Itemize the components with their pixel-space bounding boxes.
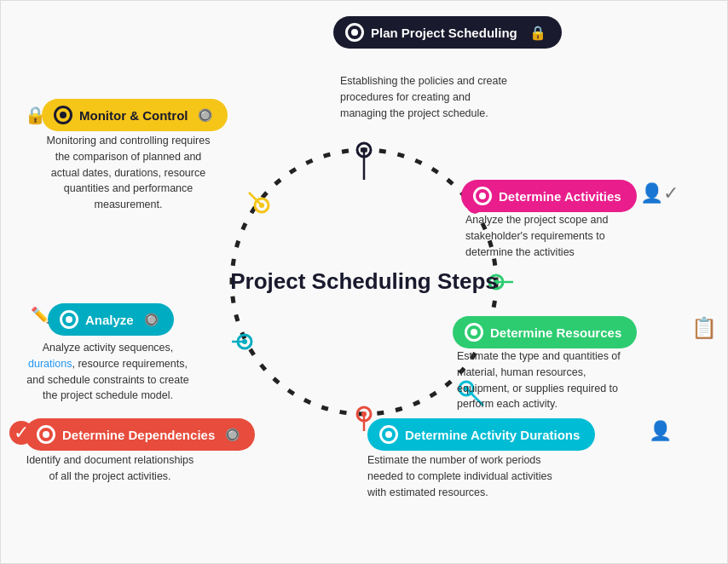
desc-resources: Estimate the type and quantities of mate… bbox=[457, 348, 636, 412]
dependencies-circle-icon bbox=[37, 425, 55, 444]
svg-point-21 bbox=[259, 203, 264, 208]
analyze-right-icon: 🔘 bbox=[144, 313, 159, 326]
desc-analyze: Analyze activity sequences, durations, r… bbox=[25, 340, 191, 404]
svg-point-3 bbox=[361, 147, 367, 153]
activities-circle-icon bbox=[473, 187, 492, 205]
person-icon-durations: 👤 bbox=[649, 420, 672, 442]
badge-durations-label: Determine Activity Durations bbox=[405, 428, 580, 442]
resources-circle-icon bbox=[465, 323, 483, 342]
monitor-lock-icon: 🔒 bbox=[25, 105, 46, 125]
svg-point-18 bbox=[242, 339, 247, 344]
badge-analyze-label: Analyze bbox=[85, 313, 134, 327]
svg-point-9 bbox=[494, 279, 499, 285]
badge-monitor-label: Monitor & Control bbox=[79, 108, 188, 123]
desc-monitor: Monitoring and controlling requires the … bbox=[45, 133, 211, 213]
badge-activities-label: Determine Activities bbox=[499, 189, 621, 204]
doc-icon: 📋 bbox=[691, 316, 717, 340]
badge-durations: Determine Activity Durations bbox=[367, 418, 595, 451]
desc-plan: Establishing the policies and create pro… bbox=[340, 73, 519, 121]
badge-analyze: Analyze 🔘 bbox=[48, 303, 174, 336]
badge-plan-label: Plan Project Scheduling bbox=[371, 26, 517, 40]
lock-icon: 🔒 bbox=[529, 25, 546, 41]
analyze-circle-icon bbox=[60, 310, 78, 329]
badge-dependencies: Determine Dependencies 🔘 bbox=[25, 418, 255, 451]
badge-resources-label: Determine Resources bbox=[490, 325, 621, 340]
desc-activities: Analyze the project scope and stakeholde… bbox=[465, 212, 640, 260]
plan-circle-icon bbox=[345, 23, 364, 42]
badge-plan: Plan Project Scheduling 🔒 bbox=[333, 16, 562, 49]
monitor-right-icon: 🔘 bbox=[198, 108, 212, 122]
desc-durations: Estimate the number of work periods need… bbox=[367, 452, 555, 500]
analyze-pencil-icon: ✏️ bbox=[31, 306, 49, 325]
monitor-circle-icon bbox=[54, 106, 72, 124]
svg-point-15 bbox=[361, 411, 367, 417]
person-icon-activities: 👤✓ bbox=[640, 182, 679, 204]
badge-activities: Determine Activities bbox=[461, 180, 637, 212]
desc-dependencies: Identify and document relationships of a… bbox=[25, 452, 195, 485]
dependencies-right-icon: 🔘 bbox=[225, 428, 240, 441]
main-container: Project Scheduling Steps Plan Project Sc… bbox=[0, 0, 728, 564]
badge-monitor: Monitor & Control 🔘 bbox=[42, 99, 228, 131]
check-icon-dependencies: ✓ bbox=[9, 421, 33, 445]
badge-dependencies-label: Determine Dependencies bbox=[62, 428, 215, 442]
analyze-desc-text: Analyze activity sequences, durations, r… bbox=[26, 342, 188, 401]
badge-resources: Determine Resources bbox=[453, 316, 637, 348]
durations-circle-icon bbox=[379, 425, 398, 444]
